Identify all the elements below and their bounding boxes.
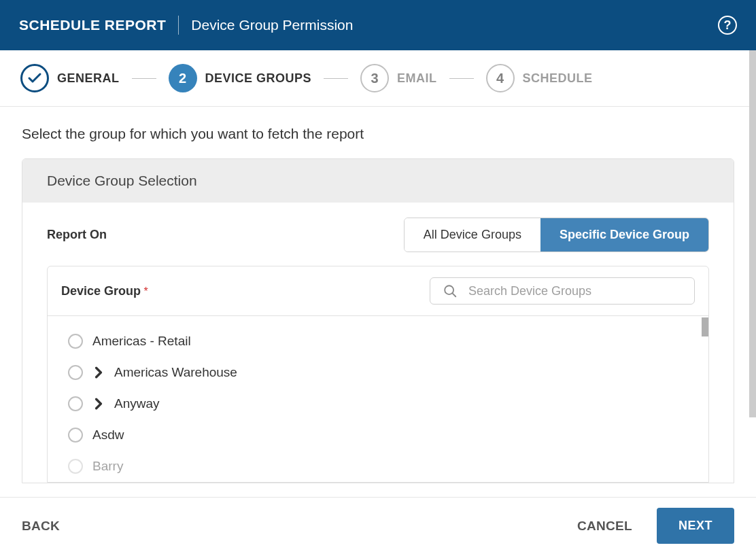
device-group-panel: Device Group Selection Report On All Dev… — [22, 158, 734, 483]
step-circle-pending: 4 — [486, 64, 515, 92]
report-on-row: Report On All Device Groups Specific Dev… — [47, 218, 709, 252]
help-icon[interactable]: ? — [718, 16, 737, 35]
step-circle-active: 2 — [169, 64, 197, 92]
tree-item[interactable]: Asdw — [48, 419, 708, 451]
tree-item-label: Americas - Retail — [92, 334, 191, 349]
footer-left: BACK — [22, 519, 60, 534]
svg-line-1 — [453, 294, 456, 297]
panel-body: Report On All Device Groups Specific Dev… — [22, 203, 734, 483]
main-scrollbar[interactable] — [749, 50, 756, 417]
help-glyph: ? — [724, 18, 732, 33]
required-indicator: * — [144, 285, 148, 297]
tree-item[interactable]: Americas - Retail — [48, 326, 708, 357]
report-on-toggle: All Device Groups Specific Device Group — [404, 218, 709, 252]
page-subtitle: Device Group Permission — [191, 17, 353, 33]
device-group-inner-panel: Device Group * Amer — [47, 266, 709, 483]
stepper: GENERAL 2 DEVICE GROUPS 3 EMAIL 4 SCHEDU… — [0, 50, 756, 107]
device-group-tree: Americas - Retail Americas Warehouse — [48, 315, 708, 482]
search-wrap[interactable] — [430, 277, 695, 305]
tree-item-label: Americas Warehouse — [114, 365, 237, 380]
step-label: EMAIL — [397, 71, 437, 86]
instruction-text: Select the group for which you want to f… — [22, 126, 734, 142]
chevron-right-icon[interactable] — [92, 366, 105, 379]
step-label: DEVICE GROUPS — [205, 71, 312, 86]
step-circle-completed — [20, 64, 49, 92]
radio-icon[interactable] — [68, 334, 83, 349]
report-on-label: Report On — [47, 228, 107, 242]
footer-right: CANCEL NEXT — [577, 508, 734, 544]
step-schedule[interactable]: 4 SCHEDULE — [486, 64, 593, 92]
radio-icon[interactable] — [68, 428, 83, 443]
tree-item-label: Asdw — [92, 428, 124, 443]
step-connector — [449, 78, 474, 79]
device-group-label-wrap: Device Group * — [61, 284, 148, 298]
radio-icon[interactable] — [68, 396, 83, 411]
search-input[interactable] — [468, 284, 682, 298]
header-divider — [178, 16, 179, 35]
step-device-groups[interactable]: 2 DEVICE GROUPS — [169, 64, 312, 92]
inner-panel-header: Device Group * — [48, 266, 708, 315]
cancel-button[interactable]: CANCEL — [577, 519, 632, 534]
content-area: Select the group for which you want to f… — [0, 107, 756, 497]
step-label: SCHEDULE — [523, 71, 593, 86]
step-connector — [324, 78, 348, 79]
tree-scrollbar[interactable] — [702, 317, 708, 336]
toggle-specific-device-group[interactable]: Specific Device Group — [540, 218, 708, 252]
footer-bar: BACK CANCEL NEXT — [0, 497, 756, 554]
panel-title: Device Group Selection — [22, 159, 734, 203]
tree-item[interactable]: Anyway — [48, 388, 708, 419]
checkmark-icon — [27, 70, 43, 86]
tree-item[interactable]: Americas Warehouse — [48, 357, 708, 388]
header-bar: SCHEDULE REPORT Device Group Permission … — [0, 0, 756, 50]
next-button[interactable]: NEXT — [657, 508, 734, 544]
search-icon — [443, 283, 458, 298]
device-group-label: Device Group — [61, 284, 141, 298]
radio-icon[interactable] — [68, 365, 83, 380]
chevron-right-icon[interactable] — [92, 398, 105, 410]
step-general[interactable]: GENERAL — [20, 64, 120, 92]
page-title: SCHEDULE REPORT — [19, 17, 166, 33]
toggle-all-device-groups[interactable]: All Device Groups — [405, 218, 540, 252]
step-circle-pending: 3 — [360, 64, 389, 92]
tree-item-label: Anyway — [114, 396, 160, 411]
radio-icon[interactable] — [68, 459, 83, 474]
back-button[interactable]: BACK — [22, 519, 60, 534]
step-label: GENERAL — [57, 71, 120, 86]
step-email[interactable]: 3 EMAIL — [360, 64, 437, 92]
tree-item[interactable]: Barry — [48, 451, 708, 482]
header-left: SCHEDULE REPORT Device Group Permission — [19, 16, 353, 35]
tree-item-label: Barry — [92, 459, 123, 474]
step-connector — [132, 78, 156, 79]
